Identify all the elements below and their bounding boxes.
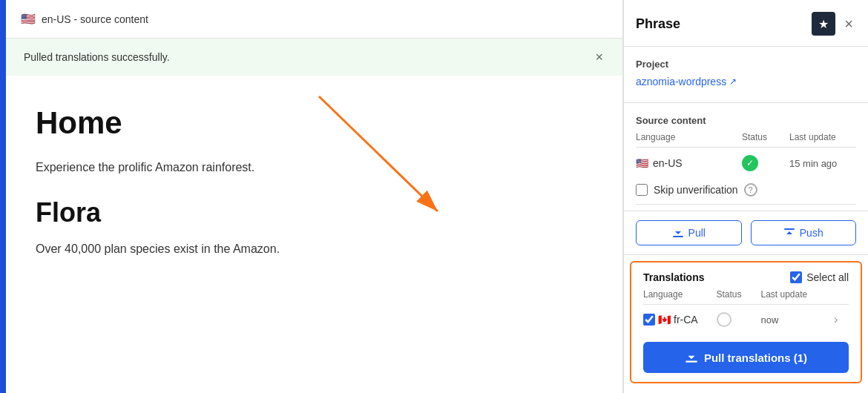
pull-button[interactable]: Pull (636, 220, 742, 245)
trans-col-language: Language (643, 289, 714, 300)
source-col-lastupdate: Last update (789, 132, 856, 142)
push-button-label: Push (800, 227, 823, 239)
paragraph-flora: Over 40,000 plan species exist in the Am… (36, 240, 593, 258)
translations-title: Translations (643, 271, 704, 283)
trans-flag-frca: 🇨🇦 (658, 314, 671, 326)
success-message: Pulled translations successfully. (24, 51, 170, 63)
source-lang-code: en-US (653, 157, 683, 169)
translations-header: Translations Select all (643, 271, 849, 283)
source-content-section: Source content Language Status Last upda… (624, 103, 868, 211)
skip-unverification-checkbox[interactable] (636, 184, 648, 196)
source-lang-cell: 🇺🇸 en-US (636, 157, 739, 169)
translation-row-frca: 🇨🇦 fr-CA now › (643, 305, 849, 334)
skip-unverification-row: Skip unverification ? (636, 176, 856, 205)
trans-row-chevron-frca[interactable]: › (834, 313, 849, 326)
project-link[interactable]: aznomia-wordpress ↗ (636, 76, 856, 87)
phrase-header: Phrase ★ × (624, 0, 868, 47)
source-flag: 🇺🇸 (636, 157, 648, 169)
project-label: Project (636, 59, 856, 70)
star-button[interactable]: ★ (812, 12, 835, 36)
source-table-headers: Language Status Last update (636, 132, 856, 148)
project-section: Project aznomia-wordpress ↗ (624, 47, 868, 103)
phrase-header-actions: ★ × (812, 12, 856, 36)
left-sidebar-accent (0, 0, 6, 393)
close-banner-button[interactable]: × (591, 49, 608, 65)
pull-icon (672, 227, 684, 239)
right-panel: Phrase ★ × Project aznomia-wordpress ↗ S… (623, 0, 868, 393)
trans-col-action (834, 289, 849, 300)
translations-section: Translations Select all Language Status … (630, 261, 862, 383)
trans-update-cell-frca: now (761, 314, 832, 326)
heading-home: Home (36, 105, 593, 141)
trans-row-checkbox-frca[interactable] (643, 314, 655, 326)
push-icon (783, 227, 795, 239)
heading-flora: Flora (36, 197, 593, 228)
pull-translations-button-label: Pull translations (1) (704, 351, 807, 364)
source-col-status: Status (742, 132, 786, 142)
source-col-language: Language (636, 132, 739, 142)
source-table-row: 🇺🇸 en-US ✓ 15 min ago (636, 148, 856, 176)
skip-unverification-label: Skip unverification (654, 184, 738, 196)
trans-status-cell-frca (717, 312, 758, 327)
top-bar: 🇺🇸 en-US - source content (0, 0, 622, 39)
trans-lang-cell-frca: 🇨🇦 fr-CA (643, 314, 714, 326)
pull-button-label: Pull (688, 227, 706, 239)
select-all-row: Select all (790, 271, 849, 283)
source-status-cell: ✓ (742, 155, 786, 171)
success-banner: Pulled translations successfully. × (0, 39, 622, 76)
pull-translations-icon (685, 351, 698, 364)
external-link-icon: ↗ (729, 76, 737, 87)
locale-flag: 🇺🇸 (21, 12, 36, 26)
source-content-label: Source content (636, 115, 856, 126)
locale-label: en-US - source content (42, 13, 148, 25)
push-button[interactable]: Push (751, 220, 857, 245)
project-link-text: aznomia-wordpress (636, 76, 726, 87)
close-panel-button[interactable]: × (841, 15, 856, 33)
left-panel: 🇺🇸 en-US - source content Pulled transla… (0, 0, 623, 393)
svg-rect-2 (673, 236, 683, 237)
translations-table-headers: Language Status Last update (643, 289, 849, 305)
source-status-green: ✓ (742, 155, 758, 171)
trans-lang-code-frca: fr-CA (674, 314, 698, 326)
pull-push-actions: Pull Push (624, 211, 868, 255)
trans-col-lastupdate: Last update (761, 289, 832, 300)
select-all-checkbox[interactable] (790, 271, 802, 283)
content-area: Home Experience the prolific Amazon rain… (0, 76, 622, 393)
svg-rect-3 (784, 228, 795, 230)
help-icon[interactable]: ? (744, 183, 757, 196)
trans-status-empty-frca (717, 312, 731, 327)
paragraph-amazon: Experience the prolific Amazon rainfores… (36, 159, 593, 176)
source-update-cell: 15 min ago (789, 158, 856, 169)
trans-col-status: Status (717, 289, 758, 300)
pull-translations-button[interactable]: Pull translations (1) (643, 342, 849, 373)
select-all-label: Select all (806, 271, 849, 283)
phrase-title: Phrase (636, 16, 680, 32)
svg-rect-4 (685, 361, 697, 363)
